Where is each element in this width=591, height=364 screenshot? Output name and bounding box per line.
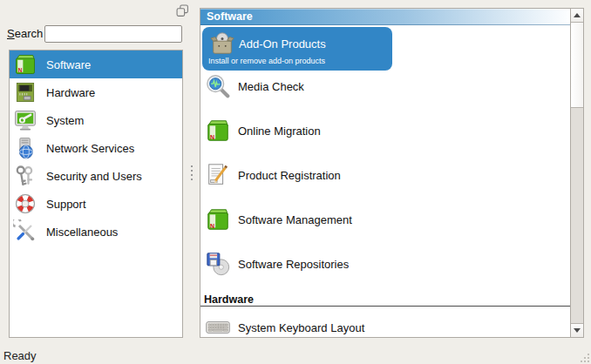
sidebar-item-label: System	[46, 114, 84, 127]
scrollbar-up-button[interactable]	[571, 9, 583, 23]
module-software-management[interactable]: Software Management	[200, 204, 570, 235]
module-label: Software Repositories	[238, 258, 349, 271]
sidebar-item-label: Miscellaneous	[46, 226, 118, 239]
sidebar-item-label: Security and Users	[46, 170, 142, 183]
document-pencil-icon	[205, 162, 231, 188]
category-list: Software Hardware System Network Service…	[9, 50, 183, 338]
module-media-check[interactable]: Media Check	[200, 71, 570, 102]
resize-grip[interactable]	[578, 351, 590, 363]
module-label: Online Migration	[238, 125, 321, 138]
floppy-cd-icon	[205, 251, 231, 277]
module-label: Media Check	[238, 80, 304, 93]
lifebuoy-icon	[13, 192, 37, 216]
sidebar-item-support[interactable]: Support	[10, 190, 182, 218]
search-input[interactable]	[44, 25, 182, 43]
module-title: Add-On Products	[239, 37, 326, 51]
sidebar-item-security-and-users[interactable]: Security and Users	[10, 162, 182, 190]
monitor-wrench-icon	[13, 108, 37, 132]
circuit-board-icon	[13, 80, 37, 104]
keys-icon	[13, 164, 37, 188]
sidebar-item-label: Hardware	[46, 86, 95, 99]
sidebar-item-hardware[interactable]: Hardware	[10, 78, 182, 106]
module-software-repositories[interactable]: Software Repositories	[200, 248, 570, 280]
sidebar-item-network-services[interactable]: Network Services	[10, 134, 182, 162]
module-label: Product Registration	[238, 169, 341, 182]
restore-window-icon[interactable]	[176, 4, 189, 17]
module-list: Software Add-On Products Install or remo…	[200, 9, 570, 337]
sidebar-item-software[interactable]: Software	[10, 51, 182, 78]
module-online-migration[interactable]: Online Migration	[200, 115, 570, 146]
magnifier-disc-icon	[205, 73, 231, 99]
scrollbar[interactable]	[570, 9, 583, 337]
search-label: Search	[7, 27, 43, 40]
sidebar-item-system[interactable]: System	[10, 106, 182, 134]
scrollbar-down-button[interactable]	[571, 323, 583, 337]
keyboard-icon	[205, 318, 231, 337]
group-header-software: Software	[200, 9, 570, 25]
addon-box-icon	[209, 30, 235, 57]
network-globe-icon	[13, 136, 37, 160]
section-divider	[200, 306, 570, 307]
sidebar-item-label: Software	[46, 58, 91, 71]
sidebar-item-miscellaneous[interactable]: Miscellaneous	[10, 218, 182, 246]
sidebar-item-label: Network Services	[46, 142, 134, 155]
tools-icon	[13, 219, 37, 244]
section-header-hardware: Hardware	[204, 293, 254, 306]
module-product-registration[interactable]: Product Registration	[200, 159, 570, 191]
down-arrow-icon	[574, 328, 581, 333]
sidebar-item-label: Support	[46, 198, 86, 211]
search-label-rest: earch	[15, 27, 44, 40]
search-label-accel: S	[7, 27, 15, 40]
up-arrow-icon	[574, 13, 581, 17]
status-text: Ready	[3, 349, 37, 362]
scrollbar-thumb[interactable]	[571, 23, 583, 108]
module-label: Software Management	[238, 213, 352, 226]
module-system-keyboard-layout[interactable]: System Keyboard Layout	[200, 312, 570, 337]
package-icon	[13, 52, 37, 77]
module-panel: Software Add-On Products Install or remo…	[200, 8, 584, 338]
module-label: System Keyboard Layout	[238, 321, 364, 334]
package-icon	[205, 206, 231, 233]
package-icon	[205, 118, 231, 144]
module-add-on-products[interactable]: Add-On Products Install or remove add-on…	[202, 27, 392, 71]
pane-splitter-handle[interactable]	[191, 165, 193, 183]
module-subtitle: Install or remove add-on products	[208, 57, 325, 65]
